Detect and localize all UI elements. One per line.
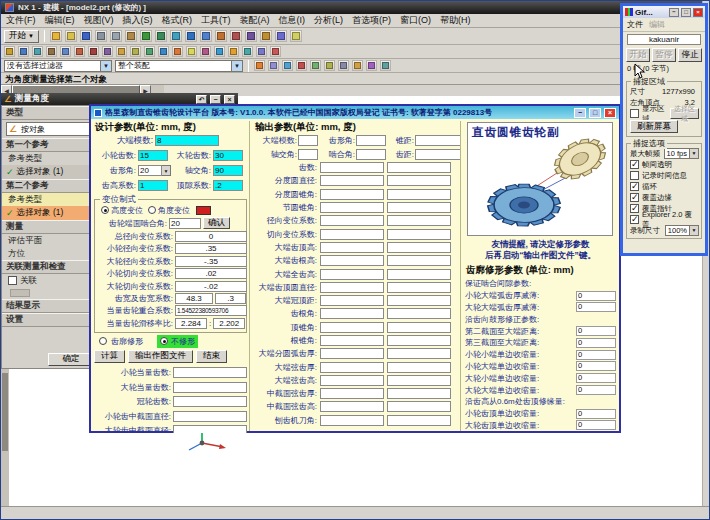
menu-item[interactable]: 格式(R)	[162, 14, 193, 27]
profile-mod-field[interactable]: 0	[576, 420, 616, 430]
paste-icon[interactable]	[125, 30, 137, 42]
output-pinion-field[interactable]	[320, 322, 384, 333]
output-gear-field[interactable]	[387, 362, 451, 373]
mod-coef-field[interactable]: 0	[175, 231, 247, 242]
boss-icon[interactable]	[60, 46, 71, 57]
output-pinion-field[interactable]	[320, 348, 384, 359]
edge-blend-icon[interactable]	[116, 46, 127, 57]
option-checkbox[interactable]	[630, 171, 639, 180]
material-icon[interactable]	[242, 46, 253, 57]
shaft-angle-field[interactable]: 90	[213, 165, 243, 176]
gear-teeth-field[interactable]: 30	[213, 150, 243, 161]
out-shaft-field[interactable]	[298, 149, 318, 160]
option-checkbox[interactable]	[630, 182, 639, 191]
assembly-nav-icon[interactable]	[270, 46, 281, 57]
profile-mod-field[interactable]: 0	[576, 350, 616, 360]
color-swatch[interactable]	[196, 206, 211, 215]
refresh-screen-button[interactable]: 刷新屏幕	[630, 120, 678, 133]
unite-icon[interactable]	[74, 46, 85, 57]
close-icon[interactable]: ×	[693, 8, 703, 17]
copy-icon[interactable]	[110, 30, 122, 42]
equiv-teeth-field[interactable]	[173, 425, 247, 433]
output-pinion-field[interactable]	[320, 415, 384, 426]
fit-view-icon[interactable]	[185, 30, 197, 42]
output-gear-field[interactable]	[387, 401, 451, 412]
output-pinion-field[interactable]	[320, 269, 384, 280]
equiv-teeth-field[interactable]	[173, 396, 247, 407]
profile-mod-field[interactable]: 0	[576, 409, 616, 419]
minimize-icon[interactable]: −	[574, 108, 586, 118]
option-checkbox[interactable]	[630, 204, 639, 213]
record-size-dropdown[interactable]: 100% ▼	[665, 225, 699, 236]
datum-axis-icon[interactable]	[172, 46, 183, 57]
profile-mod-field[interactable]: 0	[576, 326, 616, 336]
output-gear-field[interactable]	[387, 175, 451, 186]
profile-mod-field[interactable]: 0	[576, 385, 616, 395]
undo-icon[interactable]	[140, 30, 152, 42]
output-pinion-field[interactable]	[320, 388, 384, 399]
output-pinion-field[interactable]	[320, 229, 384, 240]
start-menu-button[interactable]: 开始 ▼	[4, 30, 39, 43]
rotate-view-icon[interactable]	[260, 30, 272, 42]
output-gear-field[interactable]	[387, 229, 451, 240]
measure-angle-icon[interactable]	[228, 46, 239, 57]
menu-item[interactable]: 帮助(H)	[440, 14, 471, 27]
facewidth-field[interactable]: 48.3	[175, 293, 213, 304]
profile-mod-field[interactable]: 0	[576, 338, 616, 348]
output-gear-field[interactable]	[387, 215, 451, 226]
profile-mod-field[interactable]: 0	[576, 373, 616, 383]
orient-view-icon[interactable]	[215, 30, 227, 42]
output-gear-field[interactable]	[387, 322, 451, 333]
output-pinion-field[interactable]	[320, 175, 384, 186]
info-window-icon[interactable]	[256, 46, 267, 57]
output-pinion-field[interactable]	[320, 189, 384, 200]
record-start-button[interactable]: 开始	[626, 48, 650, 62]
output-pinion-field[interactable]	[320, 215, 384, 226]
no-mod-radio[interactable]	[160, 337, 168, 345]
gif-menu-edit[interactable]: 编辑	[649, 19, 665, 30]
output-pinion-field[interactable]	[320, 202, 384, 213]
close-icon[interactable]: ×	[604, 108, 616, 118]
chevron-down-icon[interactable]: ▼	[100, 61, 111, 71]
minimize-icon[interactable]: −	[669, 8, 679, 17]
help-icon[interactable]	[290, 30, 302, 42]
output-pinion-field[interactable]	[320, 242, 384, 253]
measure-distance-icon[interactable]	[214, 46, 225, 57]
calculate-button[interactable]: 计算	[94, 350, 125, 363]
mod-coef-field[interactable]: -.02	[175, 281, 247, 292]
output-gear-field[interactable]	[387, 189, 451, 200]
clearance-coef-field[interactable]: .2	[213, 180, 243, 191]
datum-plane-icon[interactable]	[158, 46, 169, 57]
output-pinion-field[interactable]	[320, 295, 384, 306]
height-mod-radio[interactable]	[101, 206, 109, 214]
point-icon[interactable]	[186, 46, 197, 57]
mod-coef-field[interactable]: -.35	[175, 256, 247, 267]
record-pause-button[interactable]: 暂停	[652, 48, 676, 62]
output-gear-field[interactable]	[387, 308, 451, 319]
gif-menu-file[interactable]: 文件	[627, 19, 643, 30]
revolve-icon[interactable]	[32, 46, 43, 57]
profile-mod-field[interactable]: 0	[576, 361, 616, 371]
contact-ratio-field[interactable]: 1.54522380593706	[175, 305, 247, 316]
snap-end-icon[interactable]	[366, 60, 377, 71]
output-file-button[interactable]: 输出作图文件	[128, 350, 193, 363]
new-file-icon[interactable]	[50, 30, 62, 42]
out-pitch-field[interactable]	[415, 149, 460, 160]
mesh-angle-field[interactable]: 20	[169, 218, 201, 229]
output-gear-field[interactable]	[387, 162, 451, 173]
snap-point-icon[interactable]	[254, 60, 265, 71]
module-field[interactable]: 8	[155, 135, 219, 146]
menu-item[interactable]: 信息(I)	[279, 14, 306, 27]
ok-button[interactable]: 确定	[48, 353, 94, 366]
maximize-icon[interactable]: □	[589, 108, 601, 118]
slide-ratio-field-1[interactable]: 2.284	[175, 318, 207, 329]
out-pa-field[interactable]	[356, 135, 386, 146]
menu-item[interactable]: 视图(V)	[84, 14, 114, 27]
left-scroll-strip[interactable]	[1, 369, 9, 506]
output-pinion-field[interactable]	[320, 401, 384, 412]
angle-mod-radio[interactable]	[148, 206, 156, 214]
output-pinion-field[interactable]	[320, 162, 384, 173]
output-gear-field[interactable]	[387, 295, 451, 306]
chevron-down-icon[interactable]: ▼	[689, 149, 698, 158]
save-icon[interactable]	[80, 30, 92, 42]
